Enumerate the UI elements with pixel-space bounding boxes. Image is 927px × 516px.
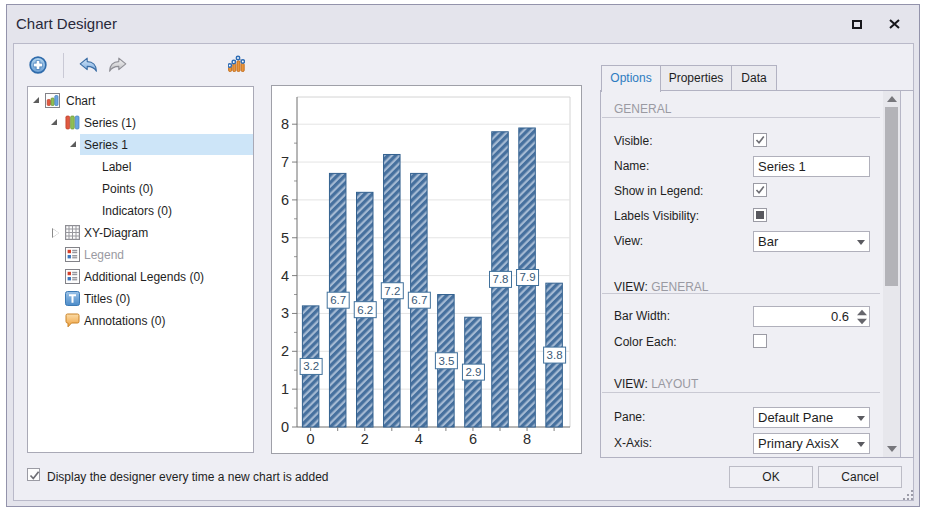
svg-text:6: 6 <box>469 431 477 447</box>
svg-text:6.7: 6.7 <box>411 294 427 306</box>
svg-text:8: 8 <box>523 431 531 447</box>
svg-text:7: 7 <box>281 154 289 170</box>
svg-text:2: 2 <box>281 343 289 359</box>
svg-text:6: 6 <box>281 192 289 208</box>
svg-text:0: 0 <box>281 419 289 435</box>
svg-text:6.7: 6.7 <box>330 294 346 306</box>
svg-text:3.5: 3.5 <box>438 355 454 367</box>
svg-text:2.9: 2.9 <box>465 366 481 378</box>
svg-text:3: 3 <box>281 305 289 321</box>
svg-text:3.2: 3.2 <box>303 360 319 372</box>
svg-text:4: 4 <box>281 268 289 284</box>
svg-text:5: 5 <box>281 230 289 246</box>
svg-text:7.2: 7.2 <box>384 285 400 297</box>
svg-text:1: 1 <box>281 381 289 397</box>
svg-text:7.8: 7.8 <box>493 273 509 285</box>
svg-text:2: 2 <box>361 431 369 447</box>
svg-text:0: 0 <box>307 431 315 447</box>
svg-text:8: 8 <box>281 116 289 132</box>
svg-text:7.9: 7.9 <box>520 271 536 283</box>
svg-text:4: 4 <box>415 431 423 447</box>
svg-text:6.2: 6.2 <box>357 304 373 316</box>
svg-text:3.8: 3.8 <box>547 349 563 361</box>
